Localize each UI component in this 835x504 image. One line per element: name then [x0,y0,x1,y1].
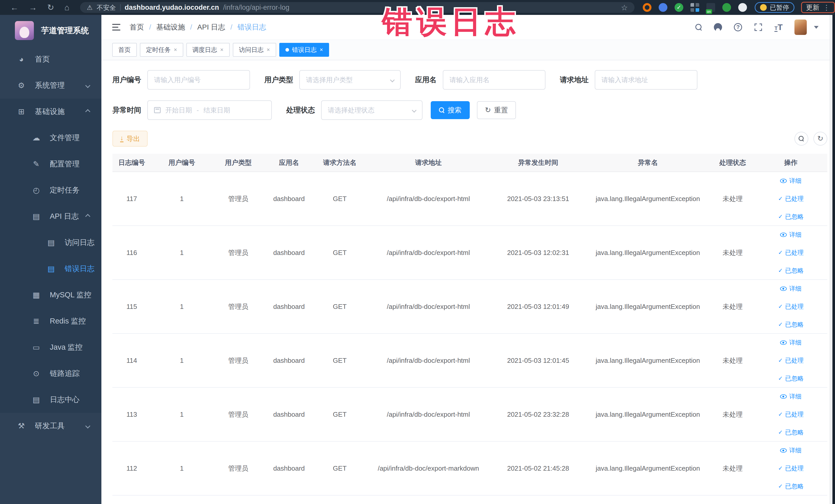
breadcrumb-api-log[interactable]: API 日志 [197,22,225,32]
extension-icon[interactable] [643,3,651,12]
mark-ignored-link[interactable]: ✓ 已忽略 [778,213,803,221]
breadcrumb-home[interactable]: 首页 [130,22,144,32]
reset-button[interactable]: ↻ 重置 [477,101,516,119]
close-icon[interactable]: × [267,47,270,53]
mark-ignored-link[interactable]: ✓ 已忽略 [778,428,803,437]
scrollbar[interactable] [830,15,832,504]
extension-icon[interactable]: ✓ [675,3,683,12]
sidebar-item-trace[interactable]: ⊙ 链路追踪 [0,361,101,387]
detail-link[interactable]: 详细 [780,177,801,185]
close-icon[interactable]: × [320,47,323,53]
mark-processed-link[interactable]: ✓ 已处理 [778,464,803,472]
extensions-puzzle-icon[interactable] [738,3,747,12]
refresh-button[interactable]: ↻ [813,132,827,146]
sidebar-item-api-log[interactable]: ▤ API 日志 [0,203,101,229]
profile-paused-badge[interactable]: 已暂停 [755,2,794,13]
chevron-down-icon [85,83,90,88]
sidebar-collapse-icon[interactable] [112,24,120,31]
user-id-input[interactable] [147,70,250,89]
sidebar-item-redis-monitor[interactable]: ≣ Redis 监控 [0,308,101,334]
mark-processed-link[interactable]: ✓ 已处理 [778,356,803,365]
sidebar-item-error-log[interactable]: ▤ 错误日志 [0,256,101,282]
mark-processed-link[interactable]: ✓ 已处理 [778,410,803,419]
close-icon[interactable]: × [174,47,177,53]
breadcrumb-infrastructure[interactable]: 基础设施 [156,22,185,32]
user-menu-caret-icon[interactable] [814,26,819,29]
export-button[interactable]: ↓ 导出 [113,131,148,147]
search-icon[interactable] [695,24,702,31]
exception-time-range-picker[interactable]: 开始日期 - 结束日期 [147,100,272,120]
col-status: 处理状态 [711,154,754,172]
cell-exception-name: java.lang.IllegalArgumentException [585,387,711,441]
back-icon[interactable]: ← [10,3,19,12]
tab-home[interactable]: 首页 [112,43,137,57]
eye-icon: ⊙ [31,370,42,378]
check-icon: ✓ [778,250,782,256]
tab-access-log[interactable]: 访问日志 × [233,43,276,57]
sidebar-item-mysql-monitor[interactable]: ▦ MySQL 监控 [0,282,101,308]
mark-ignored-link[interactable]: ✓ 已忽略 [778,266,803,275]
chevron-up-icon [85,109,90,114]
screen-icon: ▭ [31,344,42,351]
close-icon[interactable]: × [220,47,224,53]
error-log-table: 日志编号 用户编号 用户类型 应用名 请求方法名 请求地址 异常发生时间 异常名… [113,154,827,496]
user-avatar[interactable] [794,20,807,35]
detail-link[interactable]: 详细 [780,284,801,293]
app-name-input[interactable] [443,70,546,89]
cell-status: 未处理 [711,334,754,387]
cell-status: 未处理 [711,387,754,441]
sidebar-item-dev-tools[interactable]: ⚒ 研发工具 [0,413,101,439]
sidebar-item-infrastructure[interactable]: ⊞ 基础设施 [0,99,101,125]
bookmark-star-icon[interactable]: ☆ [621,3,628,12]
mark-processed-link[interactable]: ✓ 已处理 [778,302,803,311]
cell-user-id: 1 [151,172,212,226]
mark-ignored-link[interactable]: ✓ 已忽略 [778,320,803,329]
sidebar-item-java-monitor[interactable]: ▭ Java 监控 [0,334,101,361]
process-status-select[interactable]: 请选择处理状态 [321,100,423,120]
browser-menu-kebab-icon[interactable]: ⋮ [823,3,830,12]
sidebar-item-log-center[interactable]: ▤ 日志中心 [0,387,101,413]
tab-schedule-log[interactable]: 调度日志 × [186,43,230,57]
tab-scheduled-tasks[interactable]: 定时任务 × [140,43,183,57]
sidebar-item-access-log[interactable]: ▤ 访问日志 [0,229,101,256]
mark-ignored-link[interactable]: ✓ 已忽略 [778,482,803,490]
font-size-icon[interactable]: TT [774,23,782,32]
toggle-search-button[interactable] [794,132,808,146]
mark-processed-link[interactable]: ✓ 已处理 [778,195,803,203]
sidebar-item-system-management[interactable]: ⚙ 系统管理 [0,73,101,99]
sidebar-item-file-management[interactable]: ☁ 文件管理 [0,125,101,151]
cell-exception-time: 2021-05-02 23:32:28 [491,387,585,441]
fullscreen-icon[interactable] [754,23,762,32]
forward-icon[interactable]: → [29,3,37,12]
help-icon[interactable]: ? [734,23,742,31]
github-icon[interactable] [714,23,722,31]
extension-icon[interactable] [691,3,699,12]
extension-icon[interactable] [722,3,731,12]
profile-avatar-emoji [760,4,767,11]
extension-icon-on-badge[interactable] [707,3,715,12]
extension-icon[interactable] [659,3,667,12]
reload-icon[interactable]: ↻ [47,3,54,12]
tab-error-log[interactable]: 错误日志 × [279,43,329,57]
col-log-id: 日志编号 [113,154,151,172]
sidebar-item-scheduled-tasks[interactable]: ◴ 定时任务 [0,177,101,203]
log-document-icon: ▤ [31,396,42,404]
address-bar[interactable]: ⚠ 不安全 dashboard.yudao.iocoder.cn /infra/… [80,2,634,13]
sidebar-item-config-management[interactable]: ✎ 配置管理 [0,151,101,177]
app-logo: 芋道管理系统 [0,15,101,46]
mark-processed-link[interactable]: ✓ 已处理 [778,248,803,257]
detail-link[interactable]: 详细 [780,446,801,455]
request-url-input[interactable] [595,70,697,89]
sidebar-item-home[interactable]: ◕ 首页 [0,46,101,73]
browser-update-button[interactable]: 更新 ⋮ [801,2,835,13]
search-icon [439,107,445,113]
check-icon: ✓ [778,429,782,435]
user-type-select[interactable]: 请选择用户类型 [299,70,401,89]
detail-link[interactable]: 详细 [780,230,801,239]
search-button[interactable]: 搜索 [431,101,470,119]
mark-ignored-link[interactable]: ✓ 已忽略 [778,374,803,383]
home-icon[interactable]: ⌂ [64,3,69,12]
cell-exception-name: java.lang.IllegalArgumentException [585,441,711,495]
detail-link[interactable]: 详细 [780,392,801,401]
detail-link[interactable]: 详细 [780,338,801,347]
